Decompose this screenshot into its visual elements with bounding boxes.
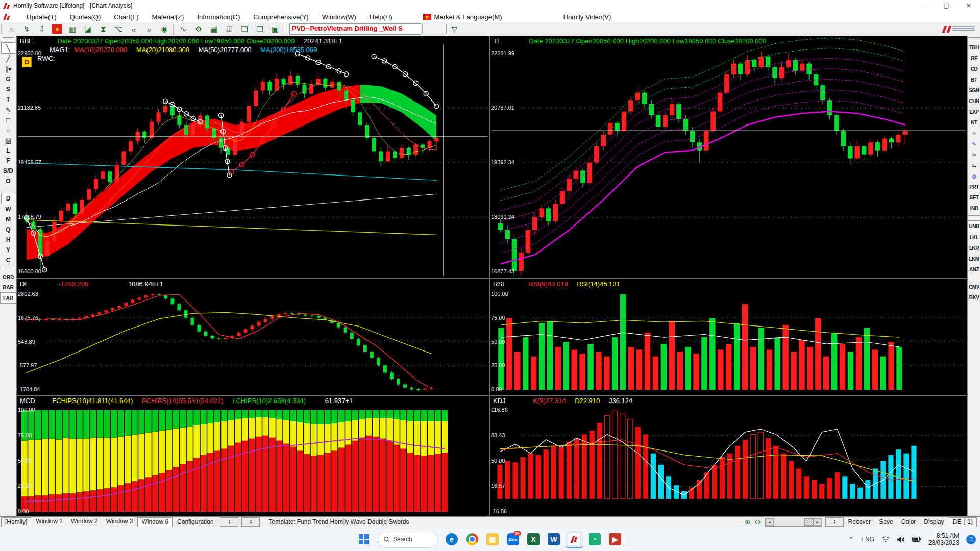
menu-market-language[interactable]: Market & Language(M) — [434, 13, 502, 21]
statusbar-recover-button[interactable]: Recover — [845, 518, 875, 527]
taskbar-search[interactable]: Search — [378, 531, 438, 548]
rewind-icon[interactable]: « — [127, 23, 141, 35]
bar-chart-icon[interactable]: ▥ — [65, 23, 80, 35]
draw-tool[interactable]: ✎ — [2, 105, 15, 115]
branch-icon[interactable]: ⌥ — [111, 23, 126, 35]
period-c[interactable]: C — [2, 255, 15, 265]
grid-icon[interactable]: ▦ — [207, 23, 221, 35]
menu-chart[interactable]: Chart(F) — [114, 13, 138, 21]
speaker-icon[interactable] — [897, 536, 905, 543]
tool-t[interactable]: T — [2, 94, 15, 105]
menu-comprehensive[interactable]: Comprehensive(Y) — [253, 13, 308, 21]
side-lkm[interactable]: LKM — [968, 254, 980, 264]
taskbar-excel-icon[interactable]: X — [525, 531, 542, 548]
configuration-button[interactable]: Configuration — [174, 518, 217, 527]
market-flag-icon[interactable]: ★ — [52, 24, 62, 34]
spinner-3[interactable]: ▲▼ — [825, 517, 844, 527]
parallel-lines-tool[interactable]: ∥▾ — [2, 64, 15, 74]
menu-help[interactable]: Help(H) — [370, 13, 393, 21]
tool-sd[interactable]: S/D — [2, 166, 15, 176]
fill-tool[interactable]: ▨ — [2, 135, 15, 145]
notification-badge[interactable]: 3 — [966, 535, 976, 544]
panel-mcd[interactable]: MCD FCHIPS(10)41.811(41.644) PCHIPS(10)5… — [16, 395, 489, 516]
menu-update[interactable]: Update(T) — [27, 13, 57, 21]
power-icon[interactable]: ◉ — [157, 23, 172, 35]
signal-icon[interactable]: ↯ — [19, 23, 34, 35]
statusbar-display-button[interactable]: Display — [920, 518, 947, 527]
side-lkl[interactable]: LKL — [968, 232, 980, 243]
chart-edit-icon[interactable]: ◪ — [81, 23, 95, 35]
period-d-badge[interactable]: D — [22, 57, 32, 67]
panel-bbe[interactable]: BBE Date 20230327 Open20050.000 High2020… — [16, 36, 489, 279]
menu-information[interactable]: Information(G) — [197, 13, 240, 21]
side-nt[interactable]: NT — [968, 117, 980, 128]
forward-icon[interactable]: » — [142, 23, 156, 35]
indicator-box[interactable]: DE-(-1) — [949, 517, 977, 527]
curve-icon[interactable]: ∿ — [176, 23, 190, 35]
side-prt[interactable]: PRT — [968, 182, 980, 192]
side-exp[interactable]: EXP — [968, 107, 980, 117]
menu-quotes[interactable]: Quotes(Q) — [70, 13, 101, 21]
side-und[interactable]: UND — [968, 220, 980, 232]
home-icon[interactable]: ⌂ — [4, 23, 18, 35]
period-m[interactable]: M — [2, 214, 15, 224]
period-q[interactable]: Q — [2, 224, 15, 235]
start-button[interactable] — [355, 531, 373, 548]
panel-de[interactable]: DE -1463.205 1086.948+1 2802.631675.7654… — [16, 279, 489, 395]
minimize-button[interactable]: — — [913, 0, 935, 11]
panel-te[interactable]: TE Date 20230327 Open20050.000 High20200… — [489, 36, 967, 279]
cart-icon[interactable]: ⍗ — [222, 23, 236, 35]
tool-f[interactable]: F — [2, 156, 15, 166]
download-icon[interactable]: ⇩ — [35, 23, 49, 35]
taskbar-remote-icon[interactable]: ◔ — [586, 531, 603, 548]
rectangle-tool[interactable]: □ — [2, 115, 15, 125]
taskbar-explorer-icon[interactable]: ▤ — [484, 531, 501, 548]
panel-kdj[interactable]: KDJ K(9)27.314 D22.910 J36.124 116.8683.… — [489, 395, 967, 516]
binoculars-icon[interactable]: ∞ — [968, 149, 980, 160]
symbol-aux-input[interactable] — [422, 24, 447, 34]
period-d[interactable]: D — [1, 193, 15, 204]
side-bf[interactable]: BF — [968, 53, 980, 64]
close-button[interactable]: ✕ — [958, 0, 980, 11]
menu-material[interactable]: Material(Z) — [152, 13, 184, 21]
period-w[interactable]: W — [2, 204, 15, 214]
folder-open-icon[interactable]: ❐ — [253, 23, 267, 35]
maximize-button[interactable]: ▢ — [935, 0, 958, 11]
side-bt[interactable]: BT — [968, 74, 980, 85]
tool-g[interactable]: G — [2, 74, 15, 84]
side-cd[interactable]: CD — [968, 64, 980, 74]
statusbar-color-button[interactable]: Color — [898, 518, 920, 527]
taskbar-edge-icon[interactable]: e — [443, 531, 460, 548]
chart-hscrollbar[interactable]: ◂▸ — [765, 518, 822, 527]
ellipse-tool[interactable]: ○ — [2, 125, 15, 135]
transfer-icon[interactable]: ⇆ — [968, 160, 980, 171]
statusbar-save-button[interactable]: Save — [875, 518, 896, 527]
compass-icon[interactable]: ✧ — [968, 128, 980, 139]
spinner-2[interactable]: ▲▼ — [241, 517, 260, 527]
side-lkr[interactable]: LKR — [968, 243, 980, 254]
taskbar-chrome-icon[interactable] — [463, 531, 481, 548]
side-chn[interactable]: CHN — [968, 96, 980, 107]
tool-o[interactable]: O — [2, 176, 15, 186]
mode-ord[interactable]: ORD — [1, 272, 16, 282]
taskbar-homily-icon[interactable] — [566, 531, 583, 548]
side-tbh[interactable]: TBH — [968, 42, 980, 53]
tray-chevron-icon[interactable]: ⌃ — [848, 536, 854, 543]
menu-window[interactable]: Window(W) — [322, 13, 356, 21]
statusbar-window-3[interactable]: Window 3 — [103, 517, 137, 526]
mode-far[interactable]: FAR — [0, 292, 16, 304]
gear-icon[interactable]: ⚙ — [191, 23, 206, 35]
spinner-1[interactable]: ▲▼ — [220, 517, 238, 527]
panel-rsi[interactable]: RSI RSI(9)43.019 RSI(14)45.131 100.0075.… — [489, 279, 967, 395]
pen-icon[interactable]: ✎ — [968, 139, 980, 149]
period-h[interactable]: H — [2, 235, 15, 245]
battery-icon[interactable] — [912, 536, 921, 542]
trendline-tool[interactable]: ╲ — [1, 42, 15, 54]
monitor-icon[interactable]: ▣ — [268, 23, 282, 35]
period-y[interactable]: Y — [2, 245, 15, 255]
hourglass-icon[interactable]: ⧗ — [96, 23, 110, 35]
mode-bar[interactable]: BAR — [1, 282, 16, 292]
statusbar-window-1[interactable]: Window 1 — [32, 517, 66, 526]
tool-s[interactable]: S — [2, 84, 15, 94]
statusbar-window-6[interactable]: Window 6 — [137, 517, 173, 527]
